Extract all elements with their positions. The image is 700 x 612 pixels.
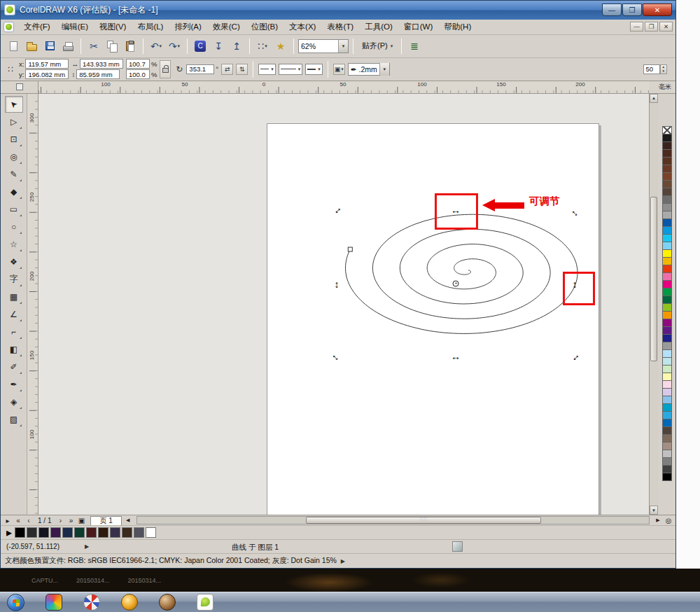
end-arrowhead-combo[interactable]: ▾ xyxy=(305,64,323,75)
document-color-swatch[interactable] xyxy=(62,527,73,538)
next-page-button[interactable]: › xyxy=(56,517,64,524)
menu-item[interactable]: 文本(X) xyxy=(284,20,321,34)
add-page-button[interactable]: ▣ xyxy=(77,517,85,524)
document-color-swatch[interactable] xyxy=(110,527,120,538)
curve-start-node[interactable] xyxy=(348,247,352,251)
ruler-origin-corner[interactable] xyxy=(1,81,38,93)
open-button[interactable] xyxy=(23,38,40,55)
curve-node-marker[interactable] xyxy=(453,280,459,286)
document-color-swatch[interactable] xyxy=(50,527,61,538)
import-button[interactable]: ↧ xyxy=(210,38,227,55)
document-color-swatch[interactable] xyxy=(74,527,85,538)
document-color-swatch[interactable] xyxy=(15,527,25,538)
menu-item[interactable]: 布局(L) xyxy=(132,20,169,34)
copy-button[interactable] xyxy=(104,38,120,55)
document-color-swatch[interactable] xyxy=(38,527,49,538)
vertical-ruler[interactable]: 300250200150100 xyxy=(27,94,38,515)
outline-pen-tool[interactable]: ✒ xyxy=(5,376,23,393)
page-tab[interactable]: 页 1 xyxy=(90,516,121,525)
first-page-button[interactable]: « xyxy=(14,517,22,524)
menu-item[interactable]: 帮助(H) xyxy=(438,20,477,34)
close-button[interactable]: ✕ xyxy=(643,4,672,16)
mirror-vertical-button[interactable]: ⇅ xyxy=(236,64,248,75)
color-swatch[interactable] xyxy=(662,473,672,481)
menu-item[interactable]: 视图(V) xyxy=(94,20,132,34)
shape-tool[interactable]: ▷ xyxy=(5,113,23,130)
dimension-tool[interactable]: ∠ xyxy=(5,306,23,323)
application-launcher-button[interactable]: ∷▾ xyxy=(254,38,271,55)
zoom-level-combo[interactable]: 62% ▾ xyxy=(298,39,349,53)
cut-button[interactable]: ✂ xyxy=(85,38,102,55)
x-position-field[interactable]: 119.57 mm xyxy=(25,59,69,69)
launcher-dropdown-icon[interactable]: ▾ xyxy=(265,43,267,49)
horizontal-ruler[interactable]: 10050050100150200 xyxy=(38,81,649,93)
document-color-swatch[interactable] xyxy=(122,527,132,538)
menu-item[interactable]: 表格(T) xyxy=(321,20,359,34)
export-button[interactable]: ↥ xyxy=(228,38,245,55)
scroll-right-button[interactable]: ▶ xyxy=(654,517,662,523)
new-document-button[interactable] xyxy=(5,38,22,55)
doc-minimize-button[interactable]: — xyxy=(630,22,643,32)
object-height-field[interactable]: 85.959 mm xyxy=(76,69,120,79)
document-color-swatch[interactable] xyxy=(98,527,108,538)
outline-width-combo[interactable]: ✒ .2mm ▾ xyxy=(348,63,390,76)
pinwheel-app-icon[interactable] xyxy=(83,594,100,611)
undo-dropdown-icon[interactable]: ▾ xyxy=(160,43,162,49)
y-position-field[interactable]: 196.082 mm xyxy=(25,69,69,79)
blend-tool[interactable]: ◧ xyxy=(5,341,23,358)
selection-handle-middle-left[interactable]: ↕ xyxy=(335,279,340,289)
background-window-title[interactable]: 20150314... xyxy=(128,577,162,584)
menu-item[interactable]: 工具(O) xyxy=(359,20,398,34)
redo-dropdown-icon[interactable]: ▾ xyxy=(178,43,181,49)
rotation-angle-field[interactable]: 353.1 xyxy=(186,64,214,74)
maximize-button[interactable]: ❐ xyxy=(622,4,642,16)
rectangle-tool[interactable]: ▭ xyxy=(5,201,23,218)
document-color-swatch[interactable] xyxy=(146,527,156,538)
snap-to-dropdown[interactable]: 贴齐(P) ▾ xyxy=(358,39,397,54)
doc-palette-flyout-icon[interactable]: ▸ xyxy=(5,526,13,539)
status-flyout-icon[interactable]: ▶ xyxy=(85,543,89,550)
zoom-tool-button[interactable]: ◎ xyxy=(664,517,673,524)
wrap-offset-field[interactable]: 50 xyxy=(643,64,660,74)
polygon-tool[interactable]: ☆ xyxy=(5,236,23,253)
zoom-tool[interactable]: ◎ xyxy=(5,148,23,165)
scale-h-field[interactable]: 100.7 xyxy=(126,59,150,69)
fill-outline-indicator[interactable] xyxy=(452,541,463,552)
vertical-scrollbar[interactable]: ▲ ▼ xyxy=(649,94,658,515)
object-width-field[interactable]: 143.933 mm xyxy=(80,59,123,69)
selection-handle-bottom-middle[interactable]: ↔ xyxy=(451,352,461,361)
scale-v-field[interactable]: 100.0 xyxy=(126,69,150,79)
connector-tool[interactable]: ⌐ xyxy=(5,324,23,340)
scroll-up-button[interactable]: ▲ xyxy=(650,94,658,103)
menu-item[interactable]: 文件(F) xyxy=(18,20,56,34)
smart-fill-tool[interactable]: ◆ xyxy=(5,183,23,200)
coreldraw-suite-icon[interactable] xyxy=(46,594,62,611)
scroll-left-button[interactable]: ◀ xyxy=(124,517,132,523)
line-style-combo[interactable]: ▾ xyxy=(279,64,303,75)
fill-tool[interactable]: ◈ xyxy=(5,394,23,410)
crop-tool[interactable]: ⊡ xyxy=(5,131,23,148)
background-window-title[interactable]: 20150314... xyxy=(76,577,110,584)
horizontal-scrollbar[interactable] xyxy=(136,516,650,524)
background-window-title[interactable]: CAPTU... xyxy=(31,577,58,584)
welcome-screen-button[interactable]: ★ xyxy=(272,38,289,55)
spin-down-icon[interactable]: ▼ xyxy=(661,69,666,74)
previous-page-button[interactable]: ‹ xyxy=(24,517,33,524)
coreldraw-x6-icon[interactable] xyxy=(197,594,214,611)
options-button[interactable]: ≣ xyxy=(406,38,423,55)
sphere-app-icon[interactable] xyxy=(159,594,176,611)
title-bar[interactable]: CorelDRAW X6 (评估版) - [未命名 -1] — ❐ ✕ xyxy=(1,1,676,20)
eyedropper-tool[interactable]: ✐ xyxy=(5,359,23,375)
undo-button[interactable]: ↶▾ xyxy=(148,38,164,55)
document-color-swatch[interactable] xyxy=(86,527,97,538)
start-button[interactable] xyxy=(7,594,24,611)
start-arrowhead-combo[interactable]: ▾ xyxy=(258,64,276,75)
vertical-scrollbar-thumb[interactable] xyxy=(650,197,657,361)
profile-flyout-icon[interactable]: ▶ xyxy=(341,558,345,564)
minimize-button[interactable]: — xyxy=(602,4,622,16)
pick-tool[interactable]: ➤ xyxy=(5,96,23,113)
lock-ratio-button[interactable] xyxy=(160,60,171,78)
outline-width-dropdown-icon[interactable]: ▾ xyxy=(379,63,389,76)
scroll-down-button[interactable]: ▼ xyxy=(650,506,658,515)
page-flyout-icon[interactable]: ▸ xyxy=(4,517,12,524)
